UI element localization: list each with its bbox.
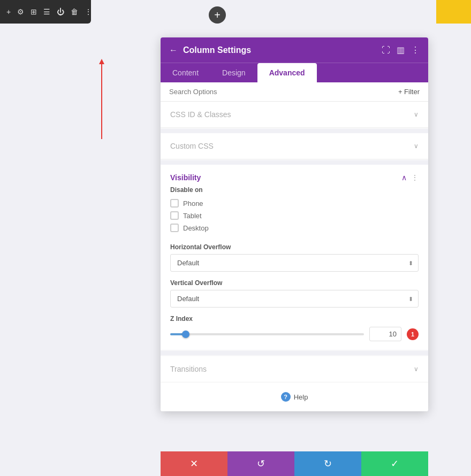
more-icon[interactable]: ⋮: [85, 7, 92, 16]
divider-2: [161, 160, 428, 165]
vertical-overflow-group: Vertical Overflow Default Visible Hidden…: [161, 279, 428, 315]
settings-icon[interactable]: ⚙: [17, 7, 24, 16]
transitions-chevron: ∨: [414, 365, 419, 373]
panel-header-left: ← Column Settings: [169, 45, 251, 55]
slider-thumb[interactable]: [182, 331, 189, 338]
css-id-header[interactable]: CSS ID & Classes ∨: [161, 102, 428, 128]
tab-content[interactable]: Content: [161, 63, 210, 82]
visibility-icons: ∧ ⋮: [401, 173, 419, 182]
z-index-input[interactable]: 10: [369, 327, 401, 341]
panel-title: Column Settings: [183, 45, 251, 55]
z-index-label: Z Index: [170, 315, 419, 323]
redo-button[interactable]: ↻: [294, 451, 361, 476]
tablet-row: Tablet: [170, 211, 419, 220]
red-arrow: [99, 59, 104, 139]
phone-label: Phone: [183, 199, 203, 208]
panel-header-right: ⛶ ▥ ⋮: [382, 45, 420, 55]
visibility-header: Visibility ∧ ⋮: [161, 165, 428, 182]
tablet-checkbox[interactable]: [170, 211, 179, 220]
transitions-header[interactable]: Transitions ∨: [161, 356, 428, 382]
tab-design[interactable]: Design: [210, 63, 257, 82]
z-index-row: 10 1: [170, 327, 419, 341]
column-settings-panel: ← Column Settings ⛶ ▥ ⋮ Content Design A…: [161, 37, 428, 411]
grid-icon[interactable]: ⊞: [31, 7, 37, 16]
power-icon[interactable]: ⏻: [57, 7, 64, 16]
css-id-title: CSS ID & Classes: [170, 110, 231, 119]
horizontal-overflow-select[interactable]: Default Visible Hidden Scroll Auto: [170, 254, 419, 272]
transitions-section: Transitions ∨: [161, 356, 428, 382]
phone-row: Phone: [170, 199, 419, 208]
panel-body: CSS ID & Classes ∨ Custom CSS ∨ Visibili…: [161, 102, 428, 411]
back-icon[interactable]: ←: [169, 45, 178, 55]
custom-css-header[interactable]: Custom CSS ∨: [161, 133, 428, 159]
disable-on-container: Disable on Phone Tablet Desktop: [161, 182, 428, 243]
vertical-overflow-select-wrapper: Default Visible Hidden Scroll Auto ⬍: [170, 290, 419, 308]
vertical-overflow-label: Vertical Overflow: [170, 279, 419, 287]
divider-1: [161, 129, 428, 133]
help-row: ? Help: [161, 382, 428, 411]
desktop-label: Desktop: [183, 224, 209, 232]
search-input[interactable]: [169, 88, 398, 96]
custom-css-section: Custom CSS ∨: [161, 133, 428, 159]
visibility-more-icon[interactable]: ⋮: [411, 173, 419, 182]
css-id-section: CSS ID & Classes ∨: [161, 102, 428, 128]
visibility-collapse-icon[interactable]: ∧: [401, 173, 407, 182]
overflow-icon[interactable]: ⋮: [411, 45, 420, 55]
help-text: Help: [294, 393, 308, 401]
desktop-checkbox[interactable]: [170, 224, 179, 232]
desktop-row: Desktop: [170, 224, 419, 232]
menu-icon[interactable]: ☰: [43, 7, 50, 16]
trash-icon[interactable]: 🗑: [71, 7, 78, 16]
tablet-label: Tablet: [183, 212, 202, 220]
expand-icon[interactable]: ⛶: [382, 45, 390, 55]
vertical-overflow-select[interactable]: Default Visible Hidden Scroll Auto: [170, 290, 419, 308]
filter-button[interactable]: + Filter: [398, 88, 420, 96]
phone-checkbox[interactable]: [170, 199, 179, 208]
columns-icon[interactable]: ▥: [397, 45, 405, 55]
save-button[interactable]: ✓: [361, 451, 428, 476]
visibility-title: Visibility: [170, 173, 201, 182]
disable-on-label: Disable on: [170, 186, 419, 194]
yellow-block: [436, 0, 471, 24]
search-bar: + Filter: [161, 82, 428, 102]
divider-3: [161, 351, 428, 355]
css-id-chevron: ∨: [414, 111, 419, 118]
bottom-bar: ✕ ↺ ↻ ✓: [161, 451, 428, 476]
help-icon[interactable]: ?: [281, 392, 291, 402]
visibility-section: Visibility ∧ ⋮ Disable on Phone Tablet: [161, 165, 428, 350]
undo-button[interactable]: ↺: [227, 451, 294, 476]
horizontal-overflow-select-wrapper: Default Visible Hidden Scroll Auto ⬍: [170, 254, 419, 272]
z-index-slider-container: [170, 329, 364, 340]
z-index-section: Z Index 10 1: [161, 315, 428, 350]
add-center-button[interactable]: +: [209, 6, 226, 24]
tab-advanced[interactable]: Advanced: [257, 63, 317, 82]
add-icon[interactable]: +: [6, 7, 11, 16]
tabs: Content Design Advanced: [161, 63, 428, 82]
custom-css-chevron: ∨: [414, 142, 419, 150]
horizontal-overflow-group: Horizontal Overflow Default Visible Hidd…: [161, 243, 428, 279]
top-toolbar: + ⚙ ⊞ ☰ ⏻ 🗑 ⋮: [0, 0, 91, 24]
cancel-button[interactable]: ✕: [161, 451, 227, 476]
slider-track: [170, 333, 364, 335]
custom-css-title: Custom CSS: [170, 142, 214, 150]
transitions-title: Transitions: [170, 365, 207, 373]
z-index-badge: 1: [407, 328, 419, 340]
panel-header: ← Column Settings ⛶ ▥ ⋮: [161, 37, 428, 63]
horizontal-overflow-label: Horizontal Overflow: [170, 243, 419, 251]
